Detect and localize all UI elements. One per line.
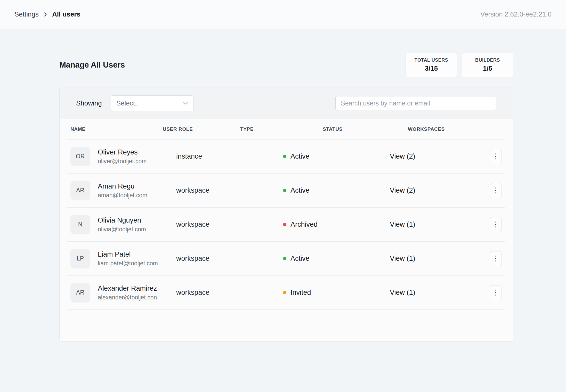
status-label: Active — [290, 186, 310, 194]
status-label: Archived — [290, 221, 318, 228]
total-users-label: TOTAL USERS — [413, 58, 450, 63]
actions-cell — [457, 285, 505, 300]
status-cell: Active — [281, 186, 367, 194]
user-cell: AR Aman Regu aman@tooljet.com — [67, 181, 163, 200]
table-row: AR Aman Regu aman@tooljet.com workspace … — [67, 174, 505, 208]
row-menu-button[interactable] — [490, 217, 502, 232]
user-role-cell: workspace — [163, 289, 240, 297]
actions-cell — [457, 251, 505, 266]
status-dot — [283, 155, 286, 158]
status-cell: Invited — [281, 289, 367, 297]
view-workspaces-link[interactable]: View (1) — [390, 221, 415, 228]
status-label: Active — [290, 152, 310, 160]
workspaces-cell: View (1) — [367, 221, 457, 228]
main-content: Manage All Users TOTAL USERS 3/15 BUILDE… — [59, 53, 513, 342]
user-role-cell: instance — [163, 152, 240, 160]
chevron-right-icon — [43, 12, 48, 17]
table-row: LP Liam Patel liam.patel@tooljet.com wor… — [67, 242, 505, 276]
user-name: Aman Regu — [98, 182, 147, 190]
total-users-value: 3/15 — [413, 64, 450, 72]
view-workspaces-link[interactable]: View (1) — [390, 289, 415, 296]
user-cell: LP Liam Patel liam.patel@tooljet.com — [67, 249, 163, 268]
stat-cards: TOTAL USERS 3/15 BUILDERS 1/5 — [406, 53, 513, 77]
workspaces-cell: View (1) — [367, 255, 457, 263]
user-cell: N Olivia Nguyen olivia@tooljet.com — [67, 215, 163, 234]
table-row: OR Oliver Reyes oliver@tooljet.com insta… — [67, 140, 505, 174]
heading-row: Manage All Users TOTAL USERS 3/15 BUILDE… — [59, 53, 513, 77]
status-dot — [283, 257, 286, 260]
header-status: STATUS — [281, 126, 367, 132]
user-name: Alexander Ramirez — [98, 284, 157, 292]
workspaces-cell: View (2) — [367, 186, 457, 194]
header-type: TYPE — [240, 126, 281, 132]
status-cell: Active — [281, 152, 367, 160]
view-workspaces-link[interactable]: View (2) — [390, 152, 415, 160]
topbar: Settings All users Version 2.62.0-ee2.21… — [0, 0, 566, 29]
table-row: AR Alexander Ramirez alexander@tooljet.c… — [67, 276, 505, 310]
workspaces-cell: View (2) — [367, 152, 457, 160]
user-cell: OR Oliver Reyes oliver@tooljet.com — [67, 147, 163, 166]
row-menu-button[interactable] — [490, 251, 502, 266]
user-role-cell: workspace — [163, 255, 240, 263]
status-cell: Archived — [281, 221, 367, 228]
status-dot — [283, 223, 286, 226]
table-row: N Olivia Nguyen olivia@tooljet.com works… — [67, 208, 505, 242]
status-filter-value: Select.. — [116, 99, 139, 107]
version-label: Version 2.62.0-ee2.21.0 — [480, 10, 552, 18]
avatar: OR — [70, 147, 90, 166]
user-name: Liam Patel — [98, 250, 158, 258]
row-menu-button[interactable] — [490, 183, 502, 198]
status-filter-select[interactable]: Select.. — [111, 95, 193, 111]
user-cell: AR Alexander Ramirez alexander@tooljet.c… — [67, 283, 163, 303]
actions-cell — [457, 183, 505, 198]
avatar: AR — [70, 283, 90, 303]
row-menu-button[interactable] — [490, 149, 502, 164]
status-dot — [283, 189, 286, 192]
user-email: liam.patel@tooljet.com — [98, 260, 158, 267]
avatar: N — [70, 215, 90, 234]
breadcrumb-current: All users — [52, 10, 80, 18]
builders-card: BUILDERS 1/5 — [462, 53, 513, 77]
user-email: alexander@tooljet.con — [98, 294, 157, 301]
status-label: Active — [290, 255, 310, 263]
page-title: Manage All Users — [59, 60, 125, 70]
filter-bar: Showing Select.. — [60, 87, 513, 119]
total-users-card: TOTAL USERS 3/15 — [406, 53, 457, 77]
avatar: LP — [70, 249, 90, 268]
status-label: Invited — [290, 289, 311, 297]
actions-cell — [457, 149, 505, 164]
builders-value: 1/5 — [469, 64, 506, 72]
search-input[interactable] — [335, 96, 496, 110]
view-workspaces-link[interactable]: View (1) — [390, 255, 415, 262]
user-name: Oliver Reyes — [98, 148, 147, 156]
users-table: NAME USER ROLE TYPE STATUS WORKSPACES OR… — [60, 119, 513, 310]
user-email: oliver@tooljet.com — [98, 158, 147, 165]
chevron-down-icon — [182, 100, 189, 106]
user-email: olivia@tooljet.com — [98, 226, 146, 233]
avatar: AR — [70, 181, 90, 200]
breadcrumb: Settings All users — [14, 10, 80, 18]
table-header: NAME USER ROLE TYPE STATUS WORKSPACES — [67, 119, 505, 140]
actions-cell — [457, 217, 505, 232]
users-panel: Showing Select.. NAME USER ROLE TYPE STA… — [59, 87, 513, 342]
row-menu-button[interactable] — [490, 285, 502, 300]
view-workspaces-link[interactable]: View (2) — [390, 186, 415, 194]
header-name: NAME — [67, 126, 163, 132]
workspaces-cell: View (1) — [367, 289, 457, 297]
status-cell: Active — [281, 255, 367, 263]
showing-label: Showing — [76, 99, 102, 107]
user-email: aman@tooljet.com — [98, 192, 147, 199]
builders-label: BUILDERS — [469, 58, 506, 63]
header-user-role: USER ROLE — [163, 126, 240, 132]
user-role-cell: workspace — [163, 186, 240, 194]
status-dot — [283, 291, 286, 294]
breadcrumb-settings-link[interactable]: Settings — [14, 10, 39, 18]
header-workspaces: WORKSPACES — [367, 126, 457, 132]
user-role-cell: workspace — [163, 221, 240, 228]
user-name: Olivia Nguyen — [98, 216, 146, 224]
